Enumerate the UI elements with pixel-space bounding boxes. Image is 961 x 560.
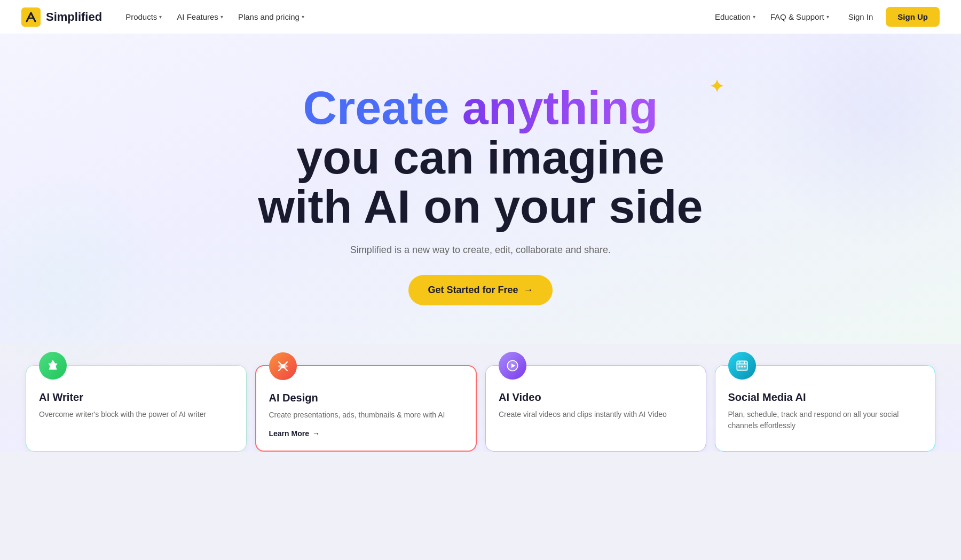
chevron-down-icon: ▾: [220, 14, 223, 20]
hero-line3: with AI on your side: [258, 182, 703, 231]
hero-line1: Create anything✦: [258, 83, 703, 132]
chevron-down-icon: ▾: [753, 14, 755, 20]
sign-up-button[interactable]: Sign Up: [886, 7, 940, 27]
hero-headline: Create anything✦ you can imagine with AI…: [258, 83, 703, 231]
hero-subtitle: Simplified is a new way to create, edit,…: [350, 244, 611, 256]
svg-rect-9: [741, 366, 743, 367]
social-media-ai-title: Social Media AI: [728, 391, 923, 404]
cards-section: AI Writer Overcome writer's block with t…: [0, 344, 961, 452]
card-social-media-ai: Social Media AI Plan, schedule, track an…: [715, 365, 936, 452]
nav-right: Education ▾ FAQ & Support ▾ Sign In Sign…: [708, 7, 940, 27]
hero-create-text: Create: [303, 81, 462, 134]
chevron-down-icon: ▾: [826, 14, 829, 20]
nav-link-education[interactable]: Education ▾: [708, 8, 762, 26]
ai-design-learn-more-link[interactable]: Learn More →: [269, 429, 463, 438]
navbar: Simplified Products ▾ AI Features ▾ Plan…: [0, 0, 961, 34]
nav-links-left: Products ▾ AI Features ▾ Plans and prici…: [119, 8, 311, 26]
logo[interactable]: Simplified: [21, 7, 102, 27]
sign-in-button[interactable]: Sign In: [840, 8, 882, 26]
svg-rect-0: [21, 7, 41, 27]
ai-design-desc: Create presentations, ads, thumbnails & …: [269, 409, 463, 421]
sparkle-icon: ✦: [710, 78, 724, 96]
nav-left: Simplified Products ▾ AI Features ▾ Plan…: [21, 7, 311, 27]
ai-writer-desc: Overcome writer's block with the power o…: [39, 409, 233, 420]
svg-rect-10: [744, 366, 745, 367]
nav-link-ai-features[interactable]: AI Features ▾: [170, 8, 230, 26]
nav-link-products[interactable]: Products ▾: [119, 8, 168, 26]
hero-section: Create anything✦ you can imagine with AI…: [0, 34, 961, 344]
social-media-ai-icon: [728, 352, 756, 380]
ai-video-icon: [499, 352, 526, 380]
ai-writer-title: AI Writer: [39, 391, 233, 404]
chevron-down-icon: ▾: [302, 14, 304, 20]
ai-video-desc: Create viral videos and clips instantly …: [499, 409, 693, 420]
chevron-down-icon: ▾: [159, 14, 162, 20]
nav-link-faq-support[interactable]: FAQ & Support ▾: [764, 8, 836, 26]
ai-design-title: AI Design: [269, 392, 463, 404]
logo-icon: [21, 7, 41, 27]
social-media-ai-desc: Plan, schedule, track and respond on all…: [728, 409, 923, 431]
arrow-icon: →: [312, 429, 320, 438]
card-ai-video: AI Video Create viral videos and clips i…: [485, 365, 706, 452]
hero-line2: you can imagine: [258, 133, 703, 182]
ai-video-title: AI Video: [499, 391, 693, 404]
get-started-button[interactable]: Get Started for Free →: [408, 275, 552, 305]
svg-rect-8: [738, 366, 740, 367]
logo-text: Simplified: [46, 10, 102, 24]
nav-right-links: Education ▾ FAQ & Support ▾: [708, 8, 836, 26]
card-ai-design: AI Design Create presentations, ads, thu…: [255, 365, 477, 452]
nav-link-plans-pricing[interactable]: Plans and pricing ▾: [232, 8, 311, 26]
ai-design-icon: [269, 352, 297, 380]
arrow-icon: →: [524, 285, 533, 296]
hero-anything-text: anything: [462, 81, 658, 134]
card-ai-writer: AI Writer Overcome writer's block with t…: [26, 365, 247, 452]
ai-writer-icon: [39, 352, 67, 380]
